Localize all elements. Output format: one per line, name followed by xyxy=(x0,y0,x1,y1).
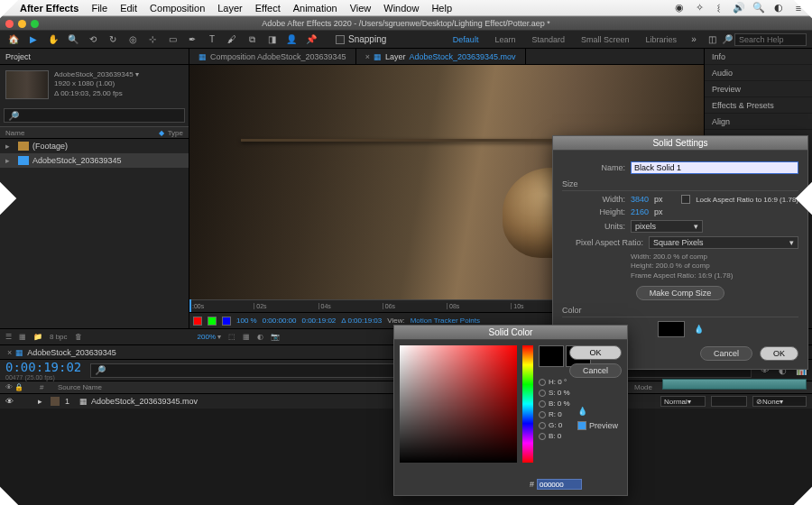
make-comp-size-button[interactable]: Make Comp Size xyxy=(636,286,725,300)
workspace-standard[interactable]: Standard xyxy=(524,33,572,46)
ok-button[interactable]: OK xyxy=(760,346,798,361)
red-channel[interactable] xyxy=(193,317,202,326)
current-timecode[interactable]: 0:00:19:02 xyxy=(5,360,81,374)
new-folder-icon[interactable]: 📁 xyxy=(33,333,42,341)
brush-tool[interactable]: 🖌 xyxy=(224,32,240,47)
col-name[interactable]: Name xyxy=(5,129,24,137)
menu-edit[interactable]: Edit xyxy=(120,3,137,14)
project-item-comp[interactable]: ▸ AdobeStock_203639345 xyxy=(0,153,189,168)
cancel-button[interactable]: Cancel xyxy=(569,363,622,378)
project-search[interactable]: 🔎 xyxy=(4,108,185,123)
rotation-tool[interactable]: ↻ xyxy=(105,32,121,47)
wifi-icon[interactable]: ⧙ xyxy=(713,2,725,14)
cc-icon[interactable]: ◉ xyxy=(673,2,686,14)
minimize-window-button[interactable] xyxy=(18,20,26,28)
menu-help[interactable]: Help xyxy=(431,3,452,14)
b-radio[interactable] xyxy=(539,400,546,408)
view-mode-dropdown[interactable]: Motion Tracker Points xyxy=(411,317,480,325)
color-label[interactable] xyxy=(51,397,60,406)
zoom-window-button[interactable] xyxy=(31,20,39,28)
viewer-tab-comp[interactable]: ▦ Composition AdobeStock_203639345 xyxy=(189,49,356,64)
trash-icon[interactable]: 🗑 xyxy=(75,333,82,341)
asset-thumbnail[interactable] xyxy=(5,70,49,99)
menu-window[interactable]: Window xyxy=(383,3,419,14)
menu-effect[interactable]: Effect xyxy=(255,3,281,14)
r-radio[interactable] xyxy=(539,411,546,418)
bpc-button[interactable]: 8 bpc xyxy=(50,333,68,341)
volume-icon[interactable]: 🔊 xyxy=(733,2,745,14)
blend-mode-dropdown[interactable]: Normal▾ xyxy=(660,396,706,407)
camera-tool[interactable]: ◎ xyxy=(125,32,141,47)
close-window-button[interactable] xyxy=(5,20,14,28)
project-tab[interactable]: Project xyxy=(0,49,189,65)
channel-pct[interactable]: 100 % xyxy=(236,317,257,325)
width-value[interactable]: 3840 xyxy=(631,195,649,204)
panel-info[interactable]: Info xyxy=(705,49,812,65)
app-menu[interactable]: After Effects xyxy=(20,3,78,14)
ok-button[interactable]: OK xyxy=(569,345,622,360)
workspace-learn[interactable]: Learn xyxy=(487,33,522,46)
snapping-checkbox[interactable] xyxy=(336,35,345,44)
lock-aspect-checkbox[interactable] xyxy=(681,195,690,204)
puppet-tool[interactable]: 📌 xyxy=(303,32,319,47)
col-type[interactable]: Type xyxy=(168,129,183,137)
green-channel[interactable] xyxy=(208,317,217,326)
tc-in[interactable]: 0:00:00:00 xyxy=(263,317,297,325)
tc-out[interactable]: 0:00:19:02 xyxy=(302,317,337,325)
grid-icon[interactable]: ▦ xyxy=(243,333,250,341)
tc-dur[interactable]: Δ 0:00:19:03 xyxy=(341,317,382,325)
search-help-input[interactable] xyxy=(734,33,807,46)
type-tool[interactable]: T xyxy=(204,32,220,47)
clone-tool[interactable]: ⧉ xyxy=(244,32,260,47)
parent-dropdown[interactable]: ⊘ None▾ xyxy=(752,396,807,407)
solid-name-input[interactable] xyxy=(631,161,798,174)
spotlight-icon[interactable]: 🔍 xyxy=(752,2,765,14)
menu-view[interactable]: View xyxy=(350,3,372,14)
roto-tool[interactable]: 👤 xyxy=(283,32,300,47)
cancel-button[interactable]: Cancel xyxy=(700,346,752,361)
menu-file[interactable]: File xyxy=(91,3,107,14)
magnification-dropdown[interactable]: 200% ▾ xyxy=(198,333,222,341)
zoom-tool[interactable]: 🔍 xyxy=(65,32,81,47)
panel-audio[interactable]: Audio xyxy=(705,65,812,81)
s-radio[interactable] xyxy=(539,390,546,397)
trkmat-dropdown[interactable] xyxy=(711,396,747,407)
color-field[interactable] xyxy=(400,345,517,463)
height-value[interactable]: 2160 xyxy=(631,207,649,216)
color-swatch[interactable] xyxy=(658,321,685,337)
preview-checkbox[interactable] xyxy=(577,421,586,430)
siri-icon[interactable]: ◐ xyxy=(772,2,785,14)
menu-composition[interactable]: Composition xyxy=(150,3,205,14)
viewer-tab-layer[interactable]: × ▦ Layer AdobeStock_203639345.mov xyxy=(356,49,526,64)
col-tag-icon[interactable]: ◆ xyxy=(159,129,164,137)
units-dropdown[interactable]: pixels▾ xyxy=(631,220,703,233)
mask-icon[interactable]: ◐ xyxy=(257,333,263,341)
workspace-default[interactable]: Default xyxy=(446,33,486,46)
playhead[interactable] xyxy=(189,299,191,312)
selection-tool[interactable]: ▶ xyxy=(25,32,42,47)
par-dropdown[interactable]: Square Pixels▾ xyxy=(649,236,798,249)
panel-toggle-icon[interactable]: ◫ xyxy=(704,32,720,47)
g-radio[interactable] xyxy=(539,422,546,429)
blue-channel[interactable] xyxy=(222,317,231,326)
snapshot-icon[interactable]: 📷 xyxy=(271,333,280,341)
interpret-icon[interactable]: ☰ xyxy=(5,333,12,341)
panel-align[interactable]: Align xyxy=(705,114,812,130)
menu-animation[interactable]: Animation xyxy=(293,3,337,14)
eraser-tool[interactable]: ◨ xyxy=(263,32,280,47)
workspace-small[interactable]: Small Screen xyxy=(574,33,637,46)
shape-tool[interactable]: ▭ xyxy=(164,32,180,47)
hue-slider[interactable] xyxy=(522,345,533,463)
pen-tool[interactable]: ✒ xyxy=(184,32,200,47)
resolution-dropdown[interactable]: ⬚ xyxy=(228,333,235,341)
menu-layer[interactable]: Layer xyxy=(217,3,243,14)
chevron-right-icon[interactable]: ▸ xyxy=(5,142,14,151)
h-radio[interactable] xyxy=(539,379,546,386)
chevron-right-icon[interactable]: ▸ xyxy=(38,397,45,406)
eyedropper-icon[interactable]: 💧 xyxy=(694,325,704,334)
eyedropper-icon[interactable]: 💧 xyxy=(577,407,618,416)
panel-preview[interactable]: Preview xyxy=(705,81,812,97)
home-button[interactable]: 🏠 xyxy=(5,32,22,47)
visibility-icon[interactable]: 👁 xyxy=(5,397,16,406)
hand-tool[interactable]: ✋ xyxy=(45,32,61,47)
